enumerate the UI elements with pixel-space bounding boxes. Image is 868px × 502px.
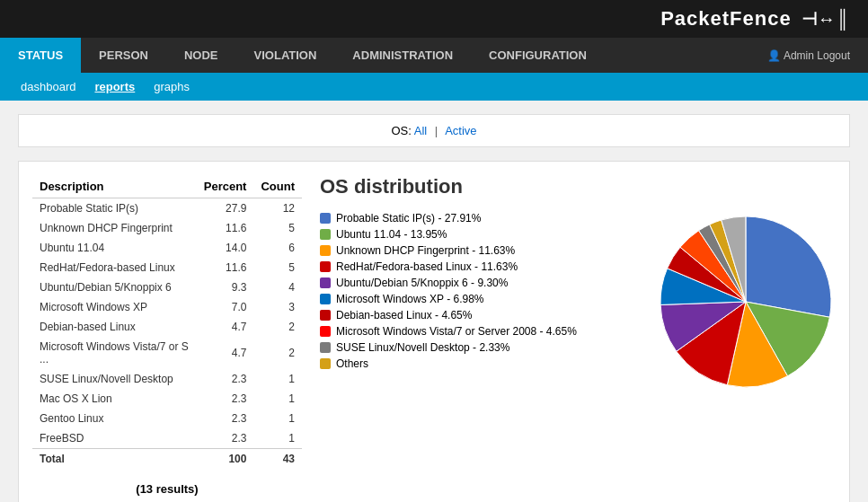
nav-items: STATUS PERSON NODE VIOLATION ADMINISTRAT… [0,38,605,73]
legend-color [320,294,331,304]
pie-segment [746,216,831,317]
cell-percent: 4.7 [197,317,254,337]
logo-icon: ⊣↔║ [802,9,850,29]
legend-label: RedHat/Fedora-based Linux - 11.63% [336,260,518,273]
table-row: Microsoft Windows XP 7.0 3 [32,297,302,317]
cell-percent: 4.7 [197,337,254,369]
cell-count: 1 [253,369,302,389]
legend-item: Probable Static IP(s) - 27.91% [320,212,638,225]
table-row: Debian-based Linux 4.7 2 [32,317,302,337]
table-row: FreeBSD 2.3 1 [32,428,302,449]
table-row: Ubuntu/Debian 5/Knoppix 6 9.3 4 [32,277,302,297]
legend-item: Ubuntu/Debian 5/Knoppix 6 - 9.30% [320,277,638,289]
cell-description: Probable Static IP(s) [32,198,197,219]
legend-color [320,229,331,240]
cell-percent: 9.3 [197,277,254,297]
user-icon: 👤 [767,49,781,62]
table-row: SUSE Linux/Novell Desktop 2.3 1 [32,369,302,389]
cell-description: FreeBSD [32,428,197,449]
admin-label: Admin Logout [784,49,850,62]
legend-label: Debian-based Linux - 4.65% [336,309,472,321]
legend-label: Others [336,357,368,370]
legend-color [320,277,331,288]
cell-count: 2 [253,337,302,369]
filter-separator: | [435,124,438,137]
table-row: Unknown DHCP Fingerprint 11.6 5 [32,218,302,238]
main-nav: STATUS PERSON NODE VIOLATION ADMINISTRAT… [0,38,868,73]
results-text: (13 results) [32,482,302,496]
nav-item-status[interactable]: STATUS [0,38,81,73]
legend-item: Microsoft Windows Vista/7 or Server 2008… [320,325,638,338]
col-description: Description [32,175,197,198]
table-row: Probable Static IP(s) 27.9 12 [32,198,302,219]
legend-color [320,326,331,337]
legend-color [320,310,331,321]
header: PacketFence ⊣↔║ [0,0,868,38]
cell-total-count: 43 [253,449,302,470]
legend-label: Microsoft Windows Vista/7 or Server 2008… [336,325,577,338]
legend-item: SUSE Linux/Novell Desktop - 2.33% [320,341,638,354]
subnav-reports[interactable]: reports [87,77,142,96]
nav-item-configuration[interactable]: CONFIGURATION [471,38,605,73]
table-row: Ubuntu 11.04 14.0 6 [32,238,302,258]
table-row: Mac OS X Lion 2.3 1 [32,389,302,409]
cell-total-desc: Total [32,449,197,470]
cell-count: 1 [253,389,302,409]
filter-prefix: OS: [391,124,411,137]
os-table: Description Percent Count Probable Stati… [32,175,302,496]
cell-count: 2 [253,317,302,337]
legend-item: RedHat/Fedora-based Linux - 11.63% [320,260,638,273]
cell-percent: 2.3 [197,369,254,389]
legend-item: Unknown DHCP Fingerprint - 11.63% [320,244,638,257]
legend-label: SUSE Linux/Novell Desktop - 2.33% [336,341,509,354]
nav-item-administration[interactable]: ADMINISTRATION [334,38,471,73]
cell-count: 1 [253,409,302,428]
cell-description: Ubuntu 11.04 [32,238,197,258]
logo-text: PacketFence [660,7,792,30]
cell-percent: 2.3 [197,409,254,428]
cell-total-percent: 100 [197,449,254,470]
content: OS: All | Active Description Percent Cou… [0,101,868,502]
subnav: dashboard reports graphs [0,73,868,101]
cell-percent: 27.9 [197,198,254,219]
os-data-table: Description Percent Count Probable Stati… [32,175,302,469]
table-total-row: Total 100 43 [32,449,302,470]
cell-description: Unknown DHCP Fingerprint [32,218,197,238]
legend-label: Unknown DHCP Fingerprint - 11.63% [336,244,515,257]
nav-item-violation[interactable]: VIOLATION [236,38,335,73]
legend-label: Ubuntu 11.04 - 13.95% [336,228,447,241]
admin-logout[interactable]: 👤 Admin Logout [749,39,868,73]
legend-color [320,342,331,353]
col-percent: Percent [197,175,254,198]
nav-item-node[interactable]: NODE [166,38,236,73]
filter-active[interactable]: Active [445,124,476,137]
filter-all[interactable]: All [414,124,427,137]
table-row: RedHat/Fedora-based Linux 11.6 5 [32,258,302,277]
table-row: Microsoft Windows Vista/7 or S ... 4.7 2 [32,337,302,369]
chart-container: Probable Static IP(s) - 27.91% Ubuntu 11… [320,212,836,392]
cell-percent: 2.3 [197,428,254,449]
subnav-dashboard[interactable]: dashboard [13,77,83,96]
subnav-graphs[interactable]: graphs [146,77,197,96]
cell-description: Microsoft Windows XP [32,297,197,317]
legend-color [320,261,331,272]
legend-color [320,245,331,256]
legend-color [320,213,331,224]
cell-description: Mac OS X Lion [32,389,197,409]
col-count: Count [253,175,302,198]
legend-label: Probable Static IP(s) - 27.91% [336,212,481,225]
cell-count: 12 [253,198,302,219]
cell-count: 1 [253,428,302,449]
chart-legend: Probable Static IP(s) - 27.91% Ubuntu 11… [320,212,638,374]
cell-description: Microsoft Windows Vista/7 or S ... [32,337,197,369]
chart-area: OS distribution Probable Static IP(s) - … [320,175,836,496]
cell-description: SUSE Linux/Novell Desktop [32,369,197,389]
cell-description: Debian-based Linux [32,317,197,337]
cell-count: 6 [253,238,302,258]
chart-title: OS distribution [320,175,836,198]
legend-item: Debian-based Linux - 4.65% [320,309,638,321]
cell-percent: 11.6 [197,258,254,277]
cell-description: RedHat/Fedora-based Linux [32,258,197,277]
cell-percent: 7.0 [197,297,254,317]
nav-item-person[interactable]: PERSON [81,38,166,73]
